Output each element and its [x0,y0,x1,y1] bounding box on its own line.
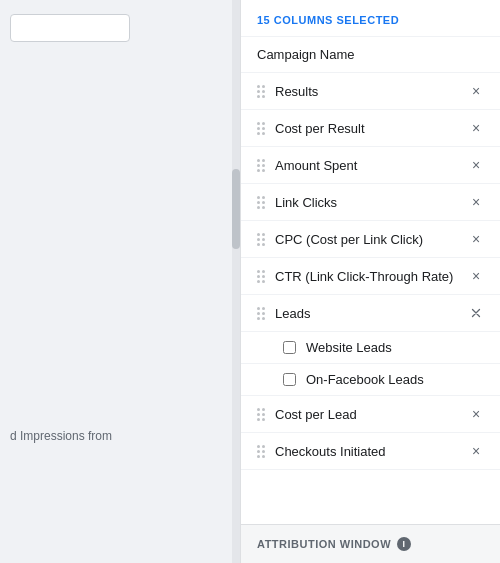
sub-label-website-leads: Website Leads [306,340,392,355]
attribution-label: ATTRIBUTION WINDOW [257,538,391,550]
column-label-checkouts-initiated: Checkouts Initiated [275,444,468,459]
attribution-footer: ATTRIBUTION WINDOW i [241,524,500,563]
column-label-amount-spent: Amount Spent [275,158,468,173]
remove-ctr-button[interactable]: × [468,268,484,284]
remove-link-clicks-button[interactable]: × [468,194,484,210]
drag-handle-ctr [257,270,265,283]
remove-checkouts-initiated-button[interactable]: × [468,443,484,459]
drag-handle-cpc [257,233,265,246]
scrollbar-track [232,0,240,563]
columns-header: 15 COLUMNS SELECTED [241,0,500,37]
column-label-link-clicks: Link Clicks [275,195,468,210]
remove-cpc-button[interactable]: × [468,231,484,247]
remove-leads-button[interactable] [468,305,484,321]
drag-handle-amount-spent [257,159,265,172]
website-leads-checkbox[interactable] [283,341,296,354]
sub-label-on-facebook-leads: On-Facebook Leads [306,372,424,387]
column-item-link-clicks[interactable]: Link Clicks × [241,184,500,221]
remove-cost-per-result-button[interactable]: × [468,120,484,136]
drag-handle-results [257,85,265,98]
search-box[interactable] [10,14,130,42]
column-item-amount-spent[interactable]: Amount Spent × [241,147,500,184]
column-label-results: Results [275,84,468,99]
column-label-campaign-name: Campaign Name [257,47,484,62]
sub-item-website-leads: Website Leads [241,332,500,364]
remove-results-button[interactable]: × [468,83,484,99]
column-label-ctr: CTR (Link Click-Through Rate) [275,269,468,284]
column-item-campaign-name: Campaign Name [241,37,500,73]
column-label-leads: Leads [275,306,468,321]
drag-handle-link-clicks [257,196,265,209]
column-label-cpc: CPC (Cost per Link Click) [275,232,468,247]
drag-handle-cost-per-lead [257,408,265,421]
column-item-cost-per-lead[interactable]: Cost per Lead × [241,396,500,433]
column-item-cost-per-result[interactable]: Cost per Result × [241,110,500,147]
drag-handle-leads [257,307,265,320]
scrollbar-thumb[interactable] [232,169,240,249]
remove-amount-spent-button[interactable]: × [468,157,484,173]
left-panel-text: d Impressions from [10,429,112,443]
attribution-info-icon[interactable]: i [397,537,411,551]
column-list: Campaign Name Results × Cost per Result … [241,37,500,524]
column-item-checkouts-initiated[interactable]: Checkouts Initiated × [241,433,500,470]
drag-handle-checkouts-initiated [257,445,265,458]
column-label-cost-per-result: Cost per Result [275,121,468,136]
on-facebook-leads-checkbox[interactable] [283,373,296,386]
sub-item-on-facebook-leads: On-Facebook Leads [241,364,500,396]
column-item-leads[interactable]: Leads [241,295,500,332]
column-item-results[interactable]: Results × [241,73,500,110]
columns-label: COLUMNS SELECTED [274,14,399,26]
left-panel: d Impressions from [0,0,240,563]
remove-cost-per-lead-button[interactable]: × [468,406,484,422]
close-icon [469,306,483,320]
columns-count: 15 [257,14,270,26]
column-item-cpc[interactable]: CPC (Cost per Link Click) × [241,221,500,258]
drag-handle-cost-per-result [257,122,265,135]
column-item-ctr[interactable]: CTR (Link Click-Through Rate) × [241,258,500,295]
right-panel: 15 COLUMNS SELECTED Campaign Name Result… [240,0,500,563]
column-label-cost-per-lead: Cost per Lead [275,407,468,422]
